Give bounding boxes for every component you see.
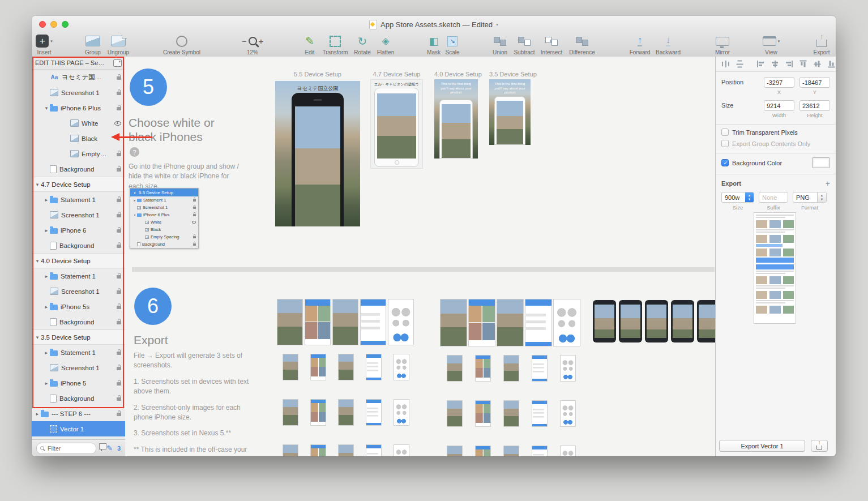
layer-row-screenshot-1[interactable]: Screenshot 1: [32, 360, 125, 375]
toolbar-item-flatten[interactable]: Flatten: [366, 34, 405, 55]
toolbar-item-mirror[interactable]: Mirror: [703, 34, 742, 55]
screenshot-thumbnail[interactable]: [366, 354, 382, 380]
visibility-eye-icon[interactable]: [114, 121, 121, 126]
export-suffix-input[interactable]: None: [759, 192, 788, 203]
layer-row-screenshot-1[interactable]: Screenshot 1: [32, 284, 125, 299]
layer-row-statement-1[interactable]: ▸Statement 1: [32, 192, 125, 207]
screenshot-thumbnail[interactable]: [560, 446, 576, 456]
toolbar-item-export[interactable]: Export: [802, 34, 836, 55]
screenshot-thumbnail[interactable]: [497, 299, 524, 346]
layer-row-step-6[interactable]: ▸--- STEP 6 ---: [32, 406, 125, 421]
page-selector[interactable]: EDIT THIS PAGE – Se…: [32, 57, 125, 70]
align-center-horizontal-icon[interactable]: [771, 61, 779, 67]
screenshot-thumbnail[interactable]: [525, 299, 552, 346]
background-color-well[interactable]: [812, 157, 830, 168]
nexus-thumbnail[interactable]: [619, 300, 642, 342]
screenshot-thumbnail[interactable]: [475, 446, 491, 456]
screenshot-thumbnail[interactable]: [475, 400, 491, 427]
screenshot-thumbnail[interactable]: [360, 299, 386, 345]
screenshot-thumbnail[interactable]: [283, 354, 298, 380]
toolbar-item-create-symbol[interactable]: Create Symbol: [163, 34, 201, 55]
position-x-input[interactable]: -3297: [764, 77, 794, 88]
screenshot-thumbnail[interactable]: [283, 399, 298, 426]
device-preview-3-5-device-setup[interactable]: This is the first thing you'll say about…: [489, 79, 531, 145]
title-chevron-icon[interactable]: ▾: [496, 22, 498, 27]
layer-section-4-7-device-setup[interactable]: ▾4.7 Device Setup: [32, 177, 125, 192]
trim-transparent-pixels-checkbox[interactable]: [721, 129, 729, 136]
disclosure-closed-icon[interactable]: ▸: [43, 350, 50, 356]
device-preview-4-0-device-setup[interactable]: This is the first thing you'll say about…: [434, 79, 478, 159]
screenshot-thumbnail[interactable]: [447, 400, 463, 427]
position-y-input[interactable]: -18467: [799, 77, 830, 88]
disclosure-closed-icon[interactable]: ▸: [34, 411, 41, 417]
filter-field[interactable]: [36, 443, 96, 454]
screenshot-thumbnail[interactable]: [447, 446, 463, 456]
device-preview-4-7-device-setup[interactable]: エル・キャピタンの壁紙です: [370, 79, 423, 169]
zoom-in-button[interactable]: +: [259, 36, 264, 46]
export-vector-button[interactable]: Export Vector 1: [719, 440, 805, 452]
filter-input[interactable]: [46, 444, 83, 452]
zoom-out-button[interactable]: −: [242, 36, 247, 46]
screenshot-thumbnail[interactable]: [332, 299, 358, 345]
toolbar-item-ungroup[interactable]: Ungroup: [99, 34, 138, 55]
screenshot-thumbnail[interactable]: [366, 444, 382, 456]
toolbar-item-insert[interactable]: ▾Insert: [32, 34, 63, 55]
layer-row-white[interactable]: White: [32, 115, 125, 131]
toolbar-item-backward[interactable]: Backward: [649, 34, 687, 55]
screenshot-thumbnail[interactable]: [388, 299, 414, 345]
nexus-thumbnail[interactable]: [697, 300, 716, 342]
toolbar-item-scale[interactable]: Scale: [433, 34, 472, 55]
screenshot-thumbnail[interactable]: [532, 355, 548, 382]
layer-section-4-0-device-setup[interactable]: ▾4.0 Device Setup: [32, 253, 125, 268]
screenshot-thumbnail[interactable]: [394, 399, 409, 426]
nexus-thumbnail[interactable]: [645, 300, 668, 342]
share-button[interactable]: [811, 440, 828, 452]
screenshot-thumbnail[interactable]: [560, 400, 576, 427]
width-input[interactable]: 9214: [764, 100, 794, 111]
screenshot-thumbnail[interactable]: [338, 444, 354, 456]
layer-list-screenshot[interactable]: ▾ 5.5 Device Setup ▸Statement 1Screensho…: [130, 188, 199, 249]
screenshot-thumbnail[interactable]: [310, 444, 326, 456]
screenshot-thumbnail[interactable]: [338, 399, 354, 426]
layer-row-background[interactable]: Background: [32, 238, 125, 253]
align-top-icon[interactable]: [800, 61, 807, 68]
screenshot-thumbnail[interactable]: [366, 399, 382, 426]
screenshot-thumbnail[interactable]: [447, 355, 463, 382]
screenshot-thumbnail[interactable]: [277, 299, 303, 345]
pages-icon[interactable]: [101, 445, 102, 451]
distribute-vertical-icon[interactable]: [737, 61, 743, 68]
disclosure-closed-icon[interactable]: ▸: [43, 304, 50, 310]
layer-row-iphone-6[interactable]: ▸iPhone 6: [32, 222, 125, 238]
height-input[interactable]: 23612: [799, 100, 830, 111]
layer-row-screenshot-1[interactable]: Screenshot 1: [32, 207, 125, 222]
align-bottom-icon[interactable]: [828, 61, 835, 68]
screenshot-thumbnail[interactable]: [532, 400, 548, 427]
layer-row-item[interactable]: ヨセミテ国…: [32, 70, 125, 85]
nexus-thumbnail[interactable]: [671, 300, 694, 342]
screenshot-thumbnail[interactable]: [394, 354, 409, 380]
layer-row-iphone-6-plus[interactable]: ▾iPhone 6 Plus: [32, 100, 125, 115]
toolbar-item-12[interactable]: −+12%: [233, 34, 272, 55]
align-middle-icon[interactable]: [814, 61, 821, 68]
screenshot-thumbnail[interactable]: [532, 446, 548, 456]
screenshot-thumbnail[interactable]: [503, 400, 519, 427]
screenshot-thumbnail[interactable]: [475, 355, 491, 382]
align-left-icon[interactable]: [757, 61, 764, 67]
toolbar-item-view[interactable]: ▾View: [752, 34, 790, 55]
background-color-checkbox[interactable]: [721, 159, 729, 166]
screenshot-thumbnail[interactable]: [310, 354, 326, 380]
disclosure-open-icon[interactable]: ▾: [34, 182, 41, 187]
screenshot-thumbnail[interactable]: [560, 355, 576, 382]
disclosure-closed-icon[interactable]: ▸: [43, 228, 50, 233]
screenshot-thumbnail[interactable]: [503, 446, 519, 456]
disclosure-closed-icon[interactable]: ▸: [43, 273, 50, 279]
layer-row-background[interactable]: Background: [32, 314, 125, 329]
layer-row-iphone-5s[interactable]: ▸iPhone 5s: [32, 299, 125, 314]
screenshot-thumbnail[interactable]: [310, 399, 326, 426]
disclosure-open-icon[interactable]: ▾: [43, 105, 50, 111]
export-size-select[interactable]: 900w: [721, 192, 754, 203]
distribute-horizontal-icon[interactable]: [722, 61, 729, 67]
layer-row-vector-1[interactable]: Vector 1: [32, 421, 125, 436]
device-preview-5-5-device-setup[interactable]: ヨセミテ国立公園: [275, 81, 360, 226]
pencil-icon[interactable]: ✎: [106, 444, 113, 452]
